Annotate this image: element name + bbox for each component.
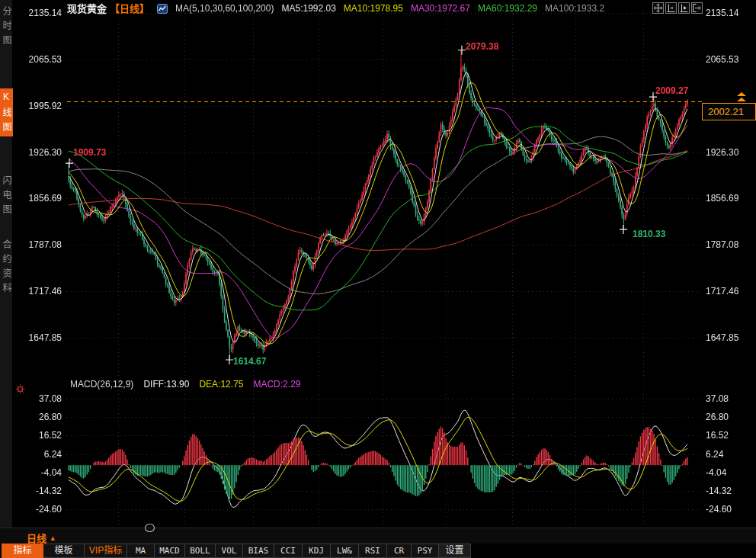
chevron-up-icon: ▲ (50, 534, 56, 542)
chart-tool-buttons (652, 2, 703, 14)
axis-tick-label: 1926.30 (29, 147, 62, 158)
axis-tick-label: -24.60 (706, 504, 732, 515)
ma5-value: MA5:1992.03 (281, 3, 335, 14)
axis-tick-label: -14.32 (706, 486, 732, 496)
axis-tick-label: 6.24 (706, 449, 723, 460)
cci-button[interactable]: CCI (274, 544, 303, 558)
price-alert-marker-icon[interactable] (736, 91, 747, 105)
sidebar-item-lightning-chart[interactable]: 闪电图 (0, 172, 13, 219)
annotation-high-1909: 1909.73 (73, 147, 106, 158)
chart-mode-sidebar: 分时图 K线图 闪电图 合约资料 (0, 0, 12, 528)
axis-tick-label: 16.52 (39, 430, 62, 441)
current-price-tag[interactable]: 2002.21 (702, 103, 756, 120)
zoom-y-axis-icon[interactable] (665, 2, 677, 14)
axis-tick-label: 1926.30 (706, 147, 738, 158)
vol-button[interactable]: VOL (216, 544, 243, 558)
annotation-high-2079: 2079.38 (466, 41, 498, 52)
macd-header: MACD(26,12,9) DIFF:13.90 DEA:12.75 MACD:… (70, 379, 300, 390)
pan-right-icon[interactable] (691, 2, 703, 14)
boll-button[interactable]: BOLL (185, 544, 216, 558)
lwr-button[interactable]: LW& (331, 544, 359, 558)
axis-tick-label: 2135.14 (29, 8, 62, 18)
zoom-x-axis-icon[interactable] (678, 2, 690, 14)
macd-button[interactable]: MACD (155, 544, 185, 558)
ma10-value: MA10:1978.95 (344, 3, 403, 14)
axis-tick-label: 26.80 (706, 412, 729, 422)
axis-tick-label: 1717.46 (29, 286, 62, 297)
axis-tick-label: 1856.69 (706, 193, 738, 204)
macd-settings-icon[interactable] (15, 383, 25, 397)
settings-button[interactable]: 设置 (439, 544, 471, 558)
axis-tick-label: 37.08 (39, 393, 62, 404)
ma-button[interactable]: MA (127, 544, 155, 558)
cr-button[interactable]: CR (387, 544, 412, 558)
indicator-toolbar: 指标 模板 VIP指标 MA MACD BOLL VOL BIAS CCI KD… (0, 544, 756, 558)
bias-button[interactable]: BIAS (243, 544, 274, 558)
axis-tick-label: -4.04 (706, 467, 726, 478)
ma30-value: MA30:1972.67 (411, 3, 470, 14)
axis-tick-label: 6.24 (44, 449, 62, 460)
ma-settings-label: MA(5,10,30,60,100,200) (175, 3, 274, 14)
axis-tick-label: 16.52 (706, 430, 729, 441)
macd-dea-value: DEA:12.75 (199, 379, 243, 390)
axis-tick-label: 2135.14 (706, 8, 738, 18)
axis-tick-label: 26.80 (39, 412, 62, 422)
axis-tick-label: 1717.46 (706, 286, 738, 297)
axis-tick-label: 1787.08 (29, 239, 62, 250)
ma100-value: MA100:1933.2 (545, 3, 604, 14)
sidebar-item-contract-info[interactable]: 合约资料 (0, 236, 13, 297)
axis-tick-label: -24.60 (36, 504, 62, 515)
macd-macd-value: MACD:2.29 (253, 379, 300, 390)
period-tag: 【日线】 (110, 1, 149, 15)
axis-tick-label: -14.32 (36, 486, 62, 496)
annotation-low-1810: 1810.33 (633, 229, 665, 239)
axis-tick-label: 1787.08 (706, 239, 738, 250)
axis-tick-label: 1647.85 (29, 332, 62, 343)
rsi-button[interactable]: RSI (359, 544, 387, 558)
axis-tick-label: 1995.92 (29, 101, 62, 111)
chart-header: 现货黄金 【日线】 MA(5,10,30,60,100,200) MA5:199… (67, 2, 604, 14)
sidebar-item-time-chart[interactable]: 分时图 (0, 3, 13, 50)
axis-tick-label: 37.08 (706, 393, 729, 404)
axis-tick-label: 2065.53 (706, 54, 738, 65)
symbol-name: 现货黄金 (67, 1, 107, 15)
vip-indicator-button[interactable]: VIP指标 (85, 544, 127, 558)
macd-params-label: MACD(26,12,9) (70, 379, 133, 390)
price-macd-chart-canvas[interactable] (0, 0, 756, 558)
template-button[interactable]: 模板 (43, 544, 85, 558)
axis-tick-label: 2065.53 (29, 54, 62, 65)
kdj-button[interactable]: KDJ (303, 544, 331, 558)
annotation-low-1614: 1614.67 (233, 356, 266, 367)
gold-trading-chart-app: 分时图 K线图 闪电图 合约资料 现货黄金 【日线】 MA(5,10,30,60… (0, 0, 756, 558)
crosshair-pan-icon[interactable] (652, 2, 664, 14)
indicator-button[interactable]: 指标 (2, 544, 43, 558)
axis-tick-label: 1856.69 (29, 193, 62, 204)
axis-tick-label: -4.04 (41, 467, 62, 478)
ma60-value: MA60:1932.29 (478, 3, 537, 14)
axis-tick-label: 1647.85 (706, 332, 738, 343)
sidebar-item-kline-chart[interactable]: K线图 (0, 88, 13, 136)
line-chart-icon[interactable] (157, 3, 168, 13)
macd-diff-value: DIFF:13.90 (143, 379, 189, 390)
date-axis-row: 日线 ▲ (0, 528, 756, 544)
pane-resize-handle[interactable] (145, 524, 155, 532)
psy-button[interactable]: PSY (412, 544, 439, 558)
annotation-high-2009: 2009.27 (655, 85, 688, 96)
